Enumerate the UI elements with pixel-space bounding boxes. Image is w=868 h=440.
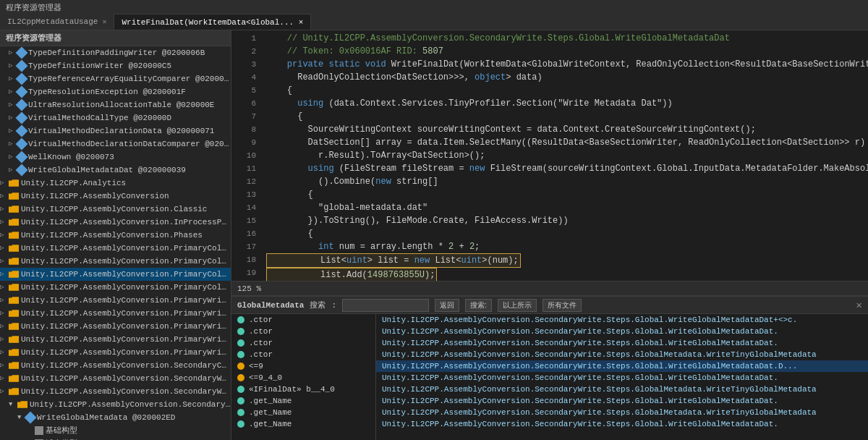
tree-item[interactable]: ▷TypeDefinitionPaddingWriter @0200006B [0, 46, 231, 59]
bottom-right-item[interactable]: Unity.IL2CPP.AssemblyConversion.Secondar… [376, 337, 868, 349]
bottom-left-item[interactable]: «IFinalDat» b__4_0 [231, 384, 375, 395]
line-number: 16 [231, 227, 256, 240]
tree-item[interactable]: ▷TypeDefinitionWriter @020000C5 [0, 59, 231, 72]
bottom-left-item[interactable]: .ctor [231, 314, 375, 326]
line-number: 3 [231, 58, 256, 71]
tree-arrow: ▷ [0, 203, 9, 215]
folder-icon [9, 231, 19, 240]
tree-arrow: ▷ [0, 373, 9, 384]
tree-item[interactable]: ▼Unity.IL2CPP.AssemblyConversion.Seconda… [0, 398, 231, 411]
bottom-left-item[interactable]: .ctor [231, 337, 375, 349]
tree-item[interactable]: ▷Unity.IL2CPP.Analytics [0, 177, 231, 190]
tree-item[interactable]: ▷Unity.IL2CPP.AssemblyConversion [0, 190, 231, 203]
tree-label: Unity.IL2CPP.AssemblyConversion.PrimaryC… [21, 282, 231, 293]
tab-write-final-dat[interactable]: WriteFinalDat(WorkItemData<Global... × [114, 14, 311, 30]
tree-item[interactable]: ▷Unity.IL2CPP.AssemblyConversion.InProce… [0, 216, 231, 229]
line-number: 8 [231, 123, 256, 136]
tree-item[interactable]: ▷Unity.IL2CPP.AssemblyConversion.Primary… [0, 268, 231, 281]
right-item-text: Unity.IL2CPP.AssemblyConversion.Secondar… [382, 339, 778, 347]
colon: : [331, 301, 336, 310]
bottom-left-item[interactable]: .ctor [231, 326, 375, 337]
tree-item[interactable]: ▷VirtualMethodDeclarationData @020000071 [0, 124, 231, 138]
folder-icon [9, 348, 19, 357]
close-icon[interactable]: ✕ [102, 17, 106, 26]
tree-label: TypeDefinitionWriter @020000C5 [28, 60, 171, 72]
tree-item[interactable]: ▷Unity.IL2CPP.AssemblyConversion.Seconda… [0, 372, 231, 385]
line-number: 9 [231, 136, 256, 149]
bottom-left-item[interactable]: <=9_4_0 [231, 372, 375, 384]
tree-item[interactable]: ▷Unity.IL2CPP.AssemblyConversion.Phases [0, 229, 231, 242]
all-files-button[interactable]: 所有文件 [542, 299, 582, 312]
code-line: private static void WriteFinalDat(WorkIt… [266, 58, 862, 71]
tree-item[interactable]: ▷Unity.IL2CPP.AssemblyConversion.Classic [0, 203, 231, 216]
tree-item[interactable]: ▷VirtualMethodDeclarationDataComparer @0… [0, 138, 231, 151]
tree-label: Unity.IL2CPP.AssemblyConversion.PrimaryW… [21, 334, 231, 345]
bottom-left-item[interactable]: <=9 [231, 360, 375, 372]
tree-item[interactable]: ▷VirtualMethodCallType @020000D [0, 111, 231, 124]
tree-item[interactable]: ▷Unity.IL2CPP.AssemblyConversion.Primary… [0, 294, 231, 307]
tree-item[interactable]: ▷WellKnown @0200073 [0, 151, 231, 164]
line-number: 5 [231, 84, 256, 97]
tree-item[interactable]: ▷Unity.IL2CPP.AssemblyConversion.Primary… [0, 346, 231, 359]
bottom-panel: GlobalMetadata 搜索 : 返回 搜索: 以上所示 所有文件 ✕ .… [231, 295, 868, 440]
tree-item[interactable]: ▷Unity.IL2CPP.AssemblyConversion.Primary… [0, 281, 231, 294]
tree-item[interactable]: ▼WriteGlobalMetadata @020002ED [0, 411, 231, 424]
bottom-right-item[interactable]: Unity.IL2CPP.AssemblyConversion.Secondar… [376, 384, 868, 395]
right-item-text: Unity.IL2CPP.AssemblyConversion.Secondar… [382, 385, 817, 394]
tab-metadata-usage[interactable]: IL2CppMetadataUsage ✕ [0, 14, 114, 30]
line-number: 6 [231, 97, 256, 110]
line-number: 12 [231, 175, 256, 188]
tree-arrow: ▷ [0, 282, 9, 293]
bottom-right-item[interactable]: Unity.IL2CPP.AssemblyConversion.Secondar… [376, 326, 868, 337]
tree-item[interactable]: ▷TypeResolutionException @0200001F [0, 85, 231, 98]
back-button[interactable]: 返回 [435, 299, 459, 312]
bottom-right-item[interactable]: Unity.IL2CPP.AssemblyConversion.Secondar… [376, 360, 868, 372]
highlight-box: List<uint> list = new List<uint>(num); [266, 253, 521, 268]
tree-item[interactable]: ▷Unity.IL2CPP.AssemblyConversion.Primary… [0, 255, 231, 268]
tree-item[interactable]: ▷Unity.IL2CPP.AssemblyConversion.Primary… [0, 242, 231, 255]
above-button[interactable]: 以上所示 [498, 299, 537, 312]
tree-arrow: ▷ [0, 321, 9, 332]
tree-container[interactable]: ▷TypeDefinitionPaddingWriter @0200006B▷T… [0, 46, 231, 440]
tree-item[interactable]: ▷Unity.IL2CPP.AssemblyConversion.Primary… [0, 320, 231, 333]
tree-item[interactable]: ▷UltraResolutionAllocationTable @020000E [0, 98, 231, 111]
tree-arrow: ▷ [0, 308, 9, 319]
bottom-right-item[interactable]: Unity.IL2CPP.AssemblyConversion.Secondar… [376, 407, 868, 418]
search-input[interactable] [342, 299, 429, 312]
code-content[interactable]: // Unity.IL2CPP.AssemblyConversion.Secon… [260, 30, 868, 281]
tree-item[interactable]: 基础构型 [0, 424, 231, 437]
tree-item[interactable]: ▷Unity.IL2CPP.AssemblyConversion.Seconda… [0, 359, 231, 372]
class-icon [16, 112, 28, 124]
search-button[interactable]: 搜索: [465, 299, 492, 312]
bottom-right-item[interactable]: Unity.IL2CPP.AssemblyConversion.Secondar… [376, 395, 868, 407]
tree-arrow: ▷ [0, 229, 9, 241]
tree-item[interactable]: ▷Unity.IL2CPP.AssemblyConversion.Primary… [0, 307, 231, 320]
bottom-right-item[interactable]: Unity.IL2CPP.AssemblyConversion.Secondar… [376, 349, 868, 360]
right-item-text: Unity.IL2CPP.AssemblyConversion.Secondar… [382, 373, 778, 382]
tree-label: Unity.IL2CPP.AssemblyConversion.Secondar… [30, 399, 231, 410]
close-bottom-icon[interactable]: ✕ [856, 299, 862, 311]
code-line: { [266, 84, 862, 97]
tree-arrow: ▷ [0, 242, 9, 254]
bottom-left-item[interactable]: .ctor [231, 349, 375, 360]
line-number: 18 [231, 253, 256, 266]
tree-label: Unity.IL2CPP.AssemblyConversion [21, 190, 169, 202]
bottom-right-item[interactable]: Unity.IL2CPP.AssemblyConversion.Secondar… [376, 372, 868, 384]
code-line: using (FileStream fileStream = new FileS… [266, 162, 862, 175]
main-layout: 程序资源管理器 ▷TypeDefinitionPaddingWriter @02… [0, 30, 868, 440]
tree-item[interactable]: ▷TypeReferenceArrayEqualityComparer @020… [0, 72, 231, 85]
tree-item[interactable]: ▼派生类型 [0, 437, 231, 440]
zoom-bar: 125 % [231, 281, 868, 295]
item-icon [237, 386, 244, 393]
bottom-left-item[interactable]: .get_Name [231, 407, 375, 418]
tree-item[interactable]: ▷Unity.IL2CPP.AssemblyConversion.Primary… [0, 333, 231, 346]
bottom-right-item[interactable]: Unity.IL2CPP.AssemblyConversion.Secondar… [376, 314, 868, 326]
folder-icon [9, 244, 19, 253]
tree-item[interactable]: ▷WriteGlobalMetadataDat @020000039 [0, 164, 231, 177]
line-number: 11 [231, 162, 256, 175]
tree-item[interactable]: ▷Unity.IL2CPP.AssemblyConversion.Seconda… [0, 385, 231, 398]
bottom-right-item[interactable]: Unity.IL2CPP.AssemblyConversion.Secondar… [376, 418, 868, 430]
bottom-left-item[interactable]: .get_Name [231, 395, 375, 407]
bottom-left-item[interactable]: .get_Name [231, 418, 375, 430]
folder-icon [9, 205, 19, 213]
